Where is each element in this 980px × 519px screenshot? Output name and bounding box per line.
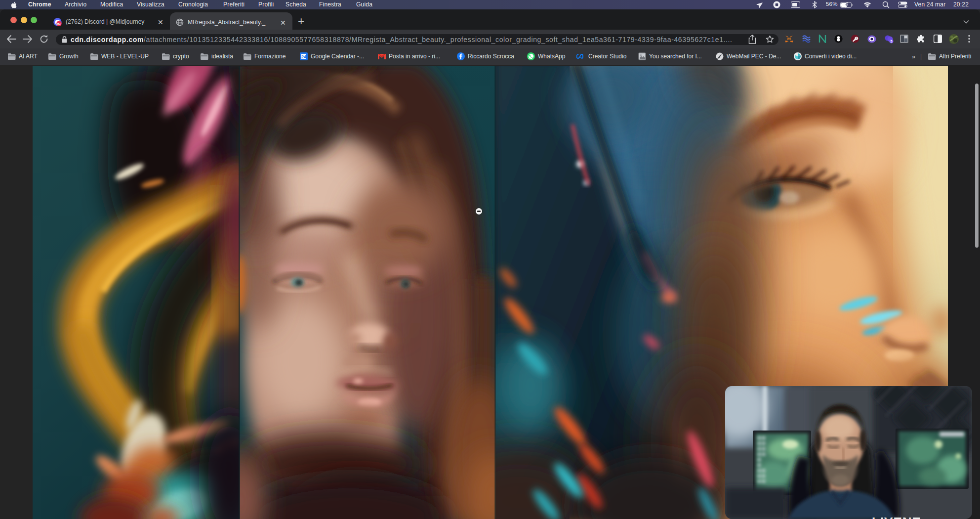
svg-text:24: 24 [301,54,306,59]
svg-text:LIVENE: LIVENE [872,515,921,519]
svg-text:2K+: 2K+ [56,22,62,25]
svg-text:5: 5 [891,40,893,43]
